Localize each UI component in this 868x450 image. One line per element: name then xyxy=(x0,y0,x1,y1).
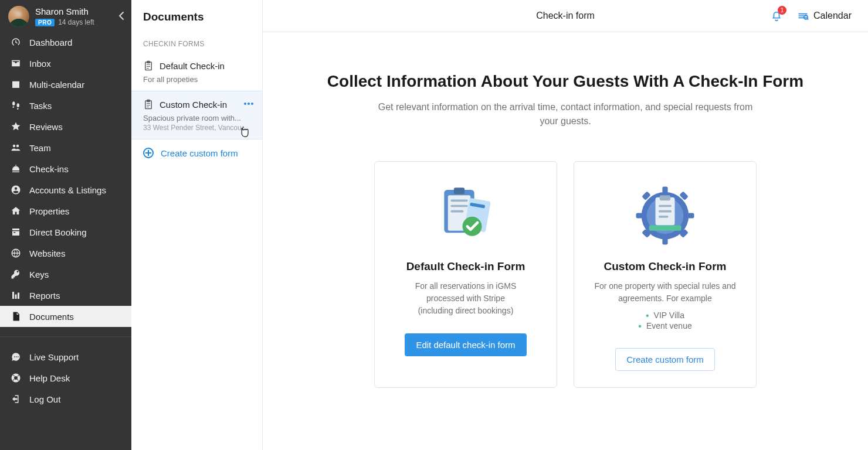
form-item-default[interactable]: Default Check-in For all propeties xyxy=(131,53,262,91)
edit-default-form-button[interactable]: Edit default check-in form xyxy=(405,333,526,356)
trial-days: 14 days left xyxy=(58,18,94,26)
svg-rect-28 xyxy=(659,216,669,218)
nav-label: Keys xyxy=(29,270,49,279)
notifications-button[interactable]: 1 xyxy=(770,9,783,22)
profile-name: Sharon Smith xyxy=(35,6,94,17)
nav-label: Log Out xyxy=(29,394,60,404)
card-desc-line: (including direct bookings) xyxy=(418,306,514,315)
clipboard-icon xyxy=(143,60,154,71)
clipboard-check-illustration xyxy=(388,180,544,251)
nav-label: Live Support xyxy=(29,352,79,362)
svg-rect-25 xyxy=(660,195,670,200)
nav-dashboard[interactable]: Dashboard xyxy=(0,32,131,53)
form-item-title: Default Check-in xyxy=(160,61,225,71)
nav-label: Multi-calendar xyxy=(29,80,84,90)
form-item-custom[interactable]: Custom Check-in Spacious private room wi… xyxy=(131,91,262,139)
cards-row: Default Check-in Form For all reservatio… xyxy=(286,161,845,388)
nav-help-desk[interactable]: Help Desk xyxy=(0,367,131,388)
svg-rect-9 xyxy=(450,205,467,207)
gear-clipboard-illustration xyxy=(587,180,743,251)
main-area: Check-in form 1 Calendar Collect Informa… xyxy=(263,0,868,450)
form-item-subtitle: Spacious private room with... xyxy=(143,114,250,122)
more-options-icon[interactable] xyxy=(243,100,254,105)
page-title: Check-in form xyxy=(536,11,595,21)
calendar-grid-icon xyxy=(9,79,22,90)
nav-label: Help Desk xyxy=(29,373,70,383)
nav-label: Reports xyxy=(29,291,60,301)
nav-checkins[interactable]: Check-ins xyxy=(0,158,131,179)
create-custom-form-button[interactable]: Create custom form xyxy=(615,348,715,371)
nav-multi-calendar[interactable]: Multi-calendar xyxy=(0,74,131,95)
nav-accounts-listings[interactable]: Accounts & Listings xyxy=(0,179,131,200)
inbox-icon xyxy=(9,58,22,69)
svg-rect-18 xyxy=(686,213,694,218)
nav-live-support[interactable]: Live Support xyxy=(0,346,131,367)
profile-block[interactable]: Sharon Smith PRO 14 days left xyxy=(0,0,131,32)
notification-badge: 1 xyxy=(778,6,786,15)
primary-sidebar: Sharon Smith PRO 14 days left Dashboard … xyxy=(0,0,131,450)
nav-keys[interactable]: Keys xyxy=(0,264,131,285)
svg-rect-7 xyxy=(454,188,464,194)
collapse-sidebar-icon[interactable] xyxy=(118,11,124,21)
main-heading: Collect Information About Your Guests Wi… xyxy=(286,72,845,91)
card-desc-line: processed with Stripe xyxy=(426,294,505,303)
nav-label: Reviews xyxy=(29,122,63,132)
svg-rect-17 xyxy=(636,213,645,218)
svg-rect-3 xyxy=(147,100,150,102)
topbar: Check-in form 1 Calendar xyxy=(263,0,868,32)
gauge-icon xyxy=(9,37,22,47)
star-icon xyxy=(9,121,22,132)
documents-panel: Documents CHECKIN FORMS Default Check-in… xyxy=(131,0,263,450)
key-icon xyxy=(9,269,22,279)
document-icon xyxy=(9,311,22,322)
nav-divider xyxy=(0,336,131,337)
nav-label: Properties xyxy=(29,206,69,216)
create-custom-form-link[interactable]: Create custom form xyxy=(131,139,262,166)
panel-section-label: CHECKIN FORMS xyxy=(131,30,262,53)
nav-label: Direct Booking xyxy=(29,227,87,237)
nav-reviews[interactable]: Reviews xyxy=(0,116,131,137)
nav-label: Accounts & Listings xyxy=(29,185,106,195)
chat-icon xyxy=(9,352,22,362)
create-label: Create custom form xyxy=(161,148,238,158)
card-desc-line: agreements. For example xyxy=(618,294,712,303)
user-circle-icon xyxy=(9,185,22,195)
card-desc-line: For all reservations in iGMS xyxy=(415,281,517,291)
pro-badge: PRO xyxy=(35,19,55,26)
svg-rect-8 xyxy=(450,200,467,202)
lifebuoy-icon xyxy=(9,373,22,383)
avatar xyxy=(8,6,29,27)
clipboard-icon xyxy=(143,98,154,110)
nav-label: Inbox xyxy=(29,59,51,69)
booking-icon xyxy=(9,227,22,237)
nav-label: Dashboard xyxy=(29,38,72,47)
nav-documents[interactable]: Documents xyxy=(0,306,131,327)
svg-rect-15 xyxy=(662,187,667,196)
nav-label: Tasks xyxy=(29,101,52,111)
nav-label: Team xyxy=(29,143,51,153)
svg-rect-16 xyxy=(662,236,667,245)
form-item-address: 33 West Pender Street, Vancou... xyxy=(143,124,250,132)
card-title: Custom Check-in Form xyxy=(587,260,743,273)
svg-rect-1 xyxy=(147,62,150,63)
users-icon xyxy=(9,142,22,153)
svg-rect-27 xyxy=(659,210,672,213)
plus-circle-icon xyxy=(143,148,154,158)
nav-properties[interactable]: Properties xyxy=(0,200,131,221)
svg-rect-10 xyxy=(450,210,463,213)
nav-tasks[interactable]: Tasks xyxy=(0,95,131,116)
card-default-checkin: Default Check-in Form For all reservatio… xyxy=(374,161,557,388)
svg-rect-26 xyxy=(659,205,672,207)
nav-team[interactable]: Team xyxy=(0,137,131,158)
nav-reports[interactable]: Reports xyxy=(0,285,131,306)
nav-direct-booking[interactable]: Direct Booking xyxy=(0,221,131,243)
card-title: Default Check-in Form xyxy=(388,260,544,273)
card-desc-line: For one property with special rules and xyxy=(594,281,735,291)
nav-label: Check-ins xyxy=(29,164,69,174)
secondary-nav: Live Support Help Desk Log Out xyxy=(0,346,131,410)
nav-websites[interactable]: Websites xyxy=(0,243,131,264)
nav-inbox[interactable]: Inbox xyxy=(0,53,131,74)
calendar-link[interactable]: Calendar xyxy=(797,10,852,22)
card-bullet: Event venue xyxy=(587,321,743,332)
nav-logout[interactable]: Log Out xyxy=(0,388,131,410)
